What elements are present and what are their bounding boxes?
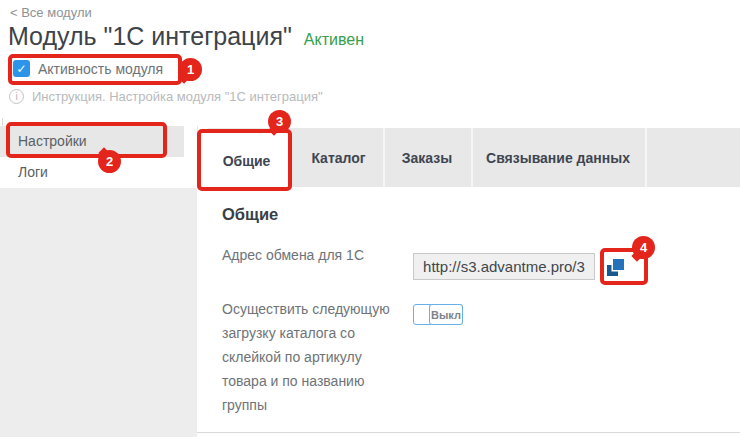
instruction-text: Инструкция. Настройка модуля "1С интегра… xyxy=(32,89,323,104)
sidebar-content-divider xyxy=(197,126,198,188)
module-active-checkbox[interactable] xyxy=(13,60,30,77)
tab-orders[interactable]: Заказы xyxy=(383,128,471,187)
module-activity-row: Активность модуля xyxy=(13,60,163,77)
panel-heading: Общие xyxy=(222,205,278,224)
module-active-label: Активность модуля xyxy=(38,61,163,77)
tab-data-linking[interactable]: Связывание данных xyxy=(471,128,645,187)
catalog-reload-toggle[interactable]: Выкл xyxy=(413,304,463,325)
annotation-marker-3: 3 xyxy=(268,110,291,133)
page-title: Модуль "1С интеграция" xyxy=(8,22,292,51)
status-badge: Активен xyxy=(304,31,364,49)
annotation-marker-2: 2 xyxy=(98,150,121,173)
catalog-reload-label: Осуществить следующую загрузку каталога … xyxy=(222,297,404,417)
tab-catalog[interactable]: Каталог xyxy=(294,128,383,187)
title-row: Модуль "1С интеграция" Активен xyxy=(8,22,364,51)
exchange-address-input[interactable] xyxy=(413,253,595,280)
copy-icon xyxy=(607,259,624,276)
copy-button[interactable] xyxy=(607,259,624,276)
module-settings-page: < Все модули Модуль "1С интеграция" Акти… xyxy=(0,0,740,437)
annotation-marker-4: 4 xyxy=(632,236,655,259)
sidebar-background xyxy=(0,188,197,437)
info-icon xyxy=(9,89,24,104)
settings-panel: Общие Адрес обмена для 1С Осуществить сл… xyxy=(197,187,740,433)
instruction-row: Инструкция. Настройка модуля "1С интегра… xyxy=(9,89,323,104)
tab-separator xyxy=(645,128,647,187)
back-to-modules-link[interactable]: < Все модули xyxy=(10,5,92,20)
exchange-address-label: Адрес обмена для 1С xyxy=(222,243,404,267)
sidebar-item-settings[interactable]: Настройки xyxy=(0,126,184,157)
tab-general[interactable]: Общие xyxy=(202,131,291,190)
sidebar-item-logs[interactable]: Логи xyxy=(0,157,184,188)
annotation-marker-1: 1 xyxy=(179,58,202,81)
toggle-state-label: Выкл xyxy=(429,304,463,325)
